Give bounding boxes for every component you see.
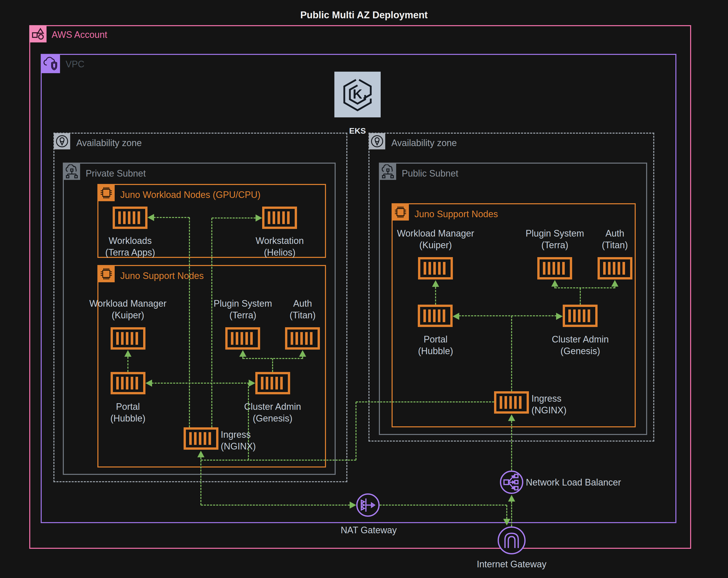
nat-gateway-label: NAT Gateway: [323, 524, 414, 536]
flow-line: [511, 316, 512, 391]
nat-gateway-icon: [356, 493, 380, 517]
availability-zone-right-icon: [369, 133, 385, 149]
eks-icon: K: [334, 72, 381, 117]
flow-line: [435, 287, 436, 305]
internet-gateway-icon: [498, 526, 526, 554]
flow-line: [154, 217, 189, 218]
flow-arrow: [124, 350, 131, 357]
auth-left-node-icon: [285, 327, 320, 350]
private-subnet-label: Private Subnet: [86, 168, 146, 179]
auth-right-label: Auth(Titan): [569, 228, 660, 251]
support-nodes-left-label: Juno Support Nodes: [120, 271, 204, 281]
workload-nodes-chip-icon: [98, 185, 115, 201]
flow-line: [201, 504, 349, 505]
flow-line: [580, 288, 581, 305]
workload-manager-left-label: Workload Manager(Kuiper): [82, 298, 174, 321]
support-nodes-right-label: Juno Support Nodes: [414, 209, 498, 220]
flow-arrow: [556, 313, 563, 320]
workload-manager-left-node-icon: [111, 327, 146, 350]
vpc-label: VPC: [66, 59, 84, 70]
flow-line: [506, 505, 507, 519]
flow-arrow: [432, 280, 439, 287]
cluster-admin-right-label: Cluster Admin(Genesis): [535, 334, 626, 357]
diagram-title: Public Multi AZ Deployment: [0, 10, 728, 21]
auth-right-node-icon: [598, 257, 632, 279]
flow-line: [189, 218, 190, 427]
flow-line: [201, 460, 356, 461]
flow-line: [459, 315, 556, 316]
workload-manager-right-node-icon: [418, 257, 453, 279]
flow-arrow: [349, 501, 356, 508]
network-load-balancer-label: Network Load Balancer: [526, 477, 621, 488]
flow-line: [243, 358, 303, 359]
vpc-icon: [41, 54, 60, 73]
portal-left-node-icon: [111, 372, 146, 394]
workload-nodes-label: Juno Workload Nodes (GPU/CPU): [120, 190, 261, 200]
ingress-right-label: Ingress(NGINX): [531, 393, 613, 416]
private-subnet-icon: [63, 163, 80, 180]
workstation-node-icon: [262, 207, 297, 229]
portal-left-label: Portal(Hubble): [82, 401, 174, 424]
aws-account-icon: [29, 25, 47, 43]
flow-arrow: [197, 451, 204, 457]
portal-right-label: Portal(Hubble): [390, 334, 482, 357]
workstation-label: Workstation(Helios): [234, 235, 326, 258]
flow-line: [212, 218, 256, 219]
internet-gateway-label: Internet Gateway: [466, 558, 557, 570]
flow-arrow: [299, 350, 306, 357]
flow-line: [356, 402, 494, 403]
auth-left-label: Auth(Titan): [257, 298, 348, 321]
flow-line: [200, 457, 201, 505]
flow-line: [302, 357, 303, 359]
flow-arrow: [256, 215, 262, 222]
cluster-admin-left-label: Cluster Admin(Genesis): [227, 401, 318, 424]
ingress-left-node-icon: [184, 427, 218, 450]
flow-line: [511, 501, 512, 526]
flow-arrow: [508, 495, 515, 501]
ingress-right-node-icon: [494, 391, 529, 414]
workloads-label: Workloads(Terra Apps): [84, 235, 176, 258]
flow-arrow: [551, 280, 558, 286]
plugin-system-right-node-icon: [537, 257, 572, 279]
architecture-diagram: Public Multi AZ Deployment AWS Account V…: [0, 0, 728, 578]
flow-arrow: [239, 350, 246, 357]
portal-right-node-icon: [418, 305, 452, 327]
plugin-system-left-node-icon: [225, 327, 260, 350]
flow-line: [555, 287, 615, 288]
flow-line: [127, 357, 128, 372]
svg-text:K: K: [353, 87, 362, 101]
availability-zone-left-icon: [54, 133, 70, 149]
flow-line: [511, 421, 512, 470]
public-subnet-icon: [380, 163, 396, 180]
flow-line: [554, 286, 555, 288]
flow-line: [242, 357, 243, 359]
flow-arrow: [452, 313, 459, 320]
flow-arrow: [249, 380, 255, 387]
flow-arrow: [503, 519, 510, 525]
flow-arrow: [508, 414, 515, 421]
support-nodes-right-chip-icon: [392, 204, 409, 221]
workloads-node-icon: [113, 207, 148, 229]
network-load-balancer-icon: [500, 470, 523, 494]
ingress-left-label: Ingress(NGINX): [221, 429, 302, 452]
flow-arrow: [611, 280, 618, 286]
flow-line: [272, 358, 273, 372]
flow-arrow: [146, 380, 152, 387]
flow-arrow: [148, 214, 154, 221]
flow-line: [356, 402, 357, 460]
public-subnet-label: Public Subnet: [402, 168, 458, 179]
flow-line: [380, 504, 507, 505]
cluster-admin-left-node-icon: [255, 372, 290, 394]
workload-manager-right-label: Workload Manager(Kuiper): [390, 228, 482, 251]
support-nodes-left-chip-icon: [98, 266, 115, 282]
flow-line: [211, 218, 212, 427]
availability-zone-left-label: Availability zone: [76, 138, 141, 148]
flow-line: [614, 286, 615, 288]
availability-zone-right-label: Availability zone: [391, 138, 457, 148]
flow-line: [152, 383, 249, 384]
cluster-admin-right-node-icon: [563, 305, 598, 327]
aws-account-label: AWS Account: [52, 29, 107, 40]
